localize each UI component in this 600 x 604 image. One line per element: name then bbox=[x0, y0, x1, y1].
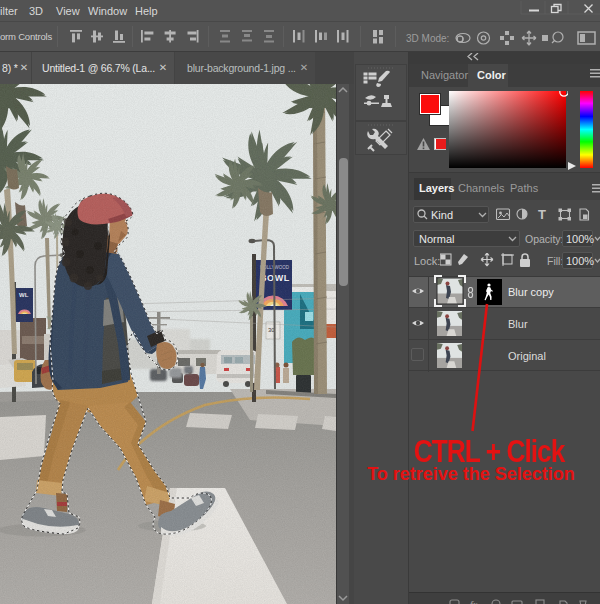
svg-text:fx: fx bbox=[470, 599, 478, 604]
svg-text:T: T bbox=[538, 207, 546, 222]
svg-text:3D Mode:: 3D Mode: bbox=[406, 33, 449, 44]
